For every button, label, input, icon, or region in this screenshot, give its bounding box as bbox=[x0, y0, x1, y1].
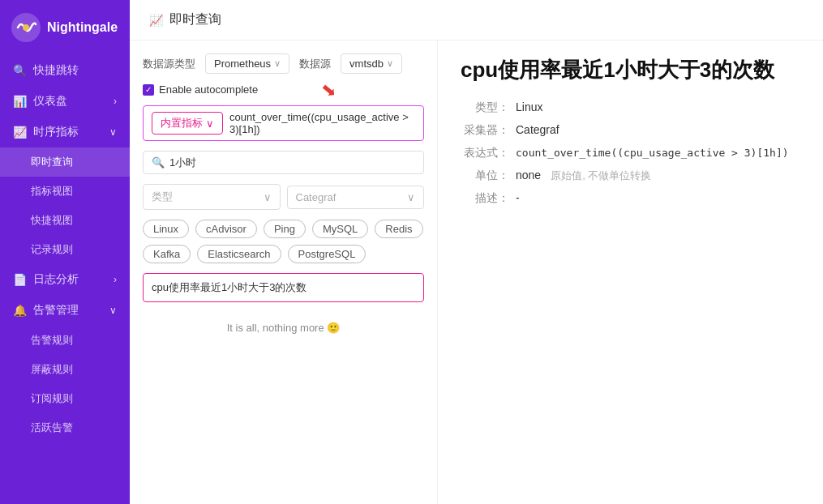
empty-message: It is all, nothing more 🙂 bbox=[143, 312, 424, 344]
tag-mysql[interactable]: MySQL bbox=[312, 220, 368, 238]
metric-item-label-0: cpu使用率最近1小时大于3的次数 bbox=[152, 281, 306, 293]
page-title: 即时查询 bbox=[169, 11, 221, 28]
sidebar-item-active-alerts[interactable]: 活跃告警 bbox=[0, 413, 130, 442]
alert-icon: 🔔 bbox=[13, 304, 27, 317]
sidebar-label-record-rules: 记录规则 bbox=[31, 242, 73, 257]
search-input[interactable] bbox=[169, 156, 415, 169]
chevron-down-icon-ds-source: ∨ bbox=[387, 58, 393, 69]
svg-point-1 bbox=[23, 24, 29, 31]
sidebar-label-dashboard: 仪表盘 bbox=[33, 94, 67, 109]
detail-row-desc: 描述： - bbox=[461, 191, 800, 206]
sidebar-label-quick-view: 快捷视图 bbox=[31, 213, 73, 228]
detail-expression-value: count_over_time((cpu_usage_active > 3)[1… bbox=[516, 147, 789, 159]
topbar: 📈 即时查询 bbox=[130, 0, 823, 41]
sidebar-label-instant-query: 即时查询 bbox=[31, 155, 73, 169]
sidebar-label-alert-mgmt: 告警管理 bbox=[33, 303, 79, 318]
tag-postgresql[interactable]: PostgreSQL bbox=[288, 245, 366, 263]
logo-text: Nightingale bbox=[47, 20, 118, 35]
chevron-right-icon: › bbox=[114, 96, 117, 107]
query-expression[interactable]: count_over_time((cpu_usage_active > 3)[1… bbox=[229, 111, 415, 135]
tag-cadvisor[interactable]: cAdvisor bbox=[195, 220, 257, 238]
tag-kafka[interactable]: Kafka bbox=[143, 245, 191, 263]
tag-linux[interactable]: Linux bbox=[143, 220, 189, 238]
detail-collector-value: Categraf bbox=[516, 123, 559, 136]
sidebar-label-metrics-view: 指标视图 bbox=[31, 184, 73, 199]
detail-type-label: 类型： bbox=[461, 100, 509, 115]
detail-unit-note: 原始值, 不做单位转换 bbox=[551, 169, 651, 183]
chevron-down-icon-alert: ∨ bbox=[109, 305, 117, 316]
sidebar-item-quick-view[interactable]: 快捷视图 bbox=[0, 206, 130, 235]
datasource-type-select[interactable]: Prometheus ∨ bbox=[205, 53, 289, 74]
sidebar-item-alert-mgmt[interactable]: 🔔 告警管理 ∨ bbox=[0, 295, 130, 326]
chevron-down-icon: ∨ bbox=[109, 126, 117, 138]
sidebar-item-time-series[interactable]: 📈 时序指标 ∨ bbox=[0, 117, 130, 147]
topbar-icon: 📈 bbox=[149, 14, 163, 27]
type-filter-placeholder: 类型 bbox=[152, 190, 173, 204]
sidebar-label-active-alerts: 活跃告警 bbox=[31, 421, 73, 435]
sidebar-label-shield-rules: 屏蔽规则 bbox=[31, 362, 73, 377]
main-content: 📈 即时查询 数据源类型 Prometheus ∨ 数据源 vmtsdb ∨ ✓… bbox=[130, 0, 823, 504]
type-filter-select[interactable]: 类型 ∨ bbox=[143, 184, 281, 210]
sidebar-label-subscribe-rules: 订阅规则 bbox=[31, 391, 73, 406]
detail-type-value: Linux bbox=[516, 100, 542, 113]
sidebar-label-log-analysis: 日志分析 bbox=[33, 272, 79, 287]
query-section: 内置指标 ∨ count_over_time((cpu_usage_active… bbox=[143, 105, 424, 141]
builtin-label: 内置指标 bbox=[161, 116, 203, 130]
detail-row-unit: 单位： none 原始值, 不做单位转换 bbox=[461, 169, 800, 183]
datasource-type-value: Prometheus bbox=[214, 58, 271, 70]
sidebar-item-metrics-view[interactable]: 指标视图 bbox=[0, 177, 130, 206]
chevron-down-icon-ds-type: ∨ bbox=[274, 58, 281, 69]
sidebar: Nightingale 🔍 快捷跳转 📊 仪表盘 › 📈 时序指标 ∨ 即时查询… bbox=[0, 0, 130, 504]
sidebar-label-time-series: 时序指标 bbox=[33, 125, 79, 139]
detail-row-collector: 采集器： Categraf bbox=[461, 123, 800, 138]
metric-list: cpu使用率最近1小时大于3的次数 bbox=[143, 273, 424, 302]
content-area: 数据源类型 Prometheus ∨ 数据源 vmtsdb ∨ ✓ Enable… bbox=[130, 41, 823, 504]
sidebar-item-dashboard[interactable]: 📊 仪表盘 › bbox=[0, 86, 130, 117]
logo: Nightingale bbox=[0, 0, 130, 55]
sidebar-item-record-rules[interactable]: 记录规则 bbox=[0, 235, 130, 264]
sidebar-item-instant-query[interactable]: 即时查询 bbox=[0, 147, 130, 177]
query-row: 内置指标 ∨ count_over_time((cpu_usage_active… bbox=[143, 105, 424, 141]
datasource-row: 数据源类型 Prometheus ∨ 数据源 vmtsdb ∨ ✓ Enable… bbox=[143, 53, 424, 96]
detail-row-type: 类型： Linux bbox=[461, 100, 800, 115]
metric-item-0[interactable]: cpu使用率最近1小时大于3的次数 bbox=[143, 273, 424, 302]
collector-filter-select[interactable]: Categraf ∨ bbox=[287, 186, 425, 209]
metric-detail-title: cpu使用率最近1小时大于3的次数 bbox=[461, 57, 800, 84]
search-icon: 🔍 bbox=[13, 64, 27, 77]
detail-expression-label: 表达式： bbox=[461, 146, 509, 160]
tag-elasticsearch[interactable]: Elasticsearch bbox=[197, 245, 281, 263]
sidebar-item-alert-rules[interactable]: 告警规则 bbox=[0, 326, 130, 355]
datasource-value-select[interactable]: vmtsdb ∨ bbox=[341, 53, 402, 74]
search-input-row[interactable]: 🔍 bbox=[143, 151, 424, 174]
logo-icon bbox=[11, 13, 41, 42]
detail-row-expression: 表达式： count_over_time((cpu_usage_active >… bbox=[461, 146, 800, 160]
detail-unit-label: 单位： bbox=[461, 169, 509, 183]
log-icon: 📄 bbox=[13, 273, 27, 286]
autocomplete-label: Enable autocomplete bbox=[159, 83, 258, 96]
builtin-metrics-button[interactable]: 内置指标 ∨ bbox=[152, 112, 223, 135]
sidebar-item-shield-rules[interactable]: 屏蔽规则 bbox=[0, 355, 130, 384]
chevron-right-icon-log: › bbox=[114, 274, 117, 285]
datasource-label: 数据源 bbox=[299, 57, 331, 71]
detail-desc-value: - bbox=[516, 191, 520, 204]
datasource-type-label: 数据源类型 bbox=[143, 57, 195, 71]
datasource-source-value: vmtsdb bbox=[349, 58, 384, 70]
detail-unit-value: none bbox=[516, 169, 541, 182]
autocomplete-checkbox[interactable]: ✓ bbox=[143, 84, 154, 96]
left-panel: 数据源类型 Prometheus ∨ 数据源 vmtsdb ∨ ✓ Enable… bbox=[130, 41, 438, 504]
dashboard-icon: 📊 bbox=[13, 95, 27, 108]
right-panel: cpu使用率最近1小时大于3的次数 类型： Linux 采集器： Categra… bbox=[438, 41, 823, 504]
metric-detail-table: 类型： Linux 采集器： Categraf 表达式： count_over_… bbox=[461, 100, 800, 206]
tag-ping[interactable]: Ping bbox=[264, 220, 306, 238]
chevron-down-icon-type: ∨ bbox=[264, 191, 272, 203]
sidebar-item-log-analysis[interactable]: 📄 日志分析 › bbox=[0, 264, 130, 295]
filter-row: 类型 ∨ Categraf ∨ bbox=[143, 184, 424, 210]
sidebar-item-quick-jump[interactable]: 🔍 快捷跳转 bbox=[0, 55, 130, 86]
detail-collector-label: 采集器： bbox=[461, 123, 509, 138]
enable-autocomplete-row[interactable]: ✓ Enable autocomplete bbox=[143, 83, 258, 96]
tag-redis[interactable]: Redis bbox=[375, 220, 422, 238]
timeseries-icon: 📈 bbox=[13, 126, 27, 139]
sidebar-label-alert-rules: 告警规则 bbox=[31, 333, 73, 348]
sidebar-item-subscribe-rules[interactable]: 订阅规则 bbox=[0, 384, 130, 413]
detail-desc-label: 描述： bbox=[461, 191, 509, 206]
